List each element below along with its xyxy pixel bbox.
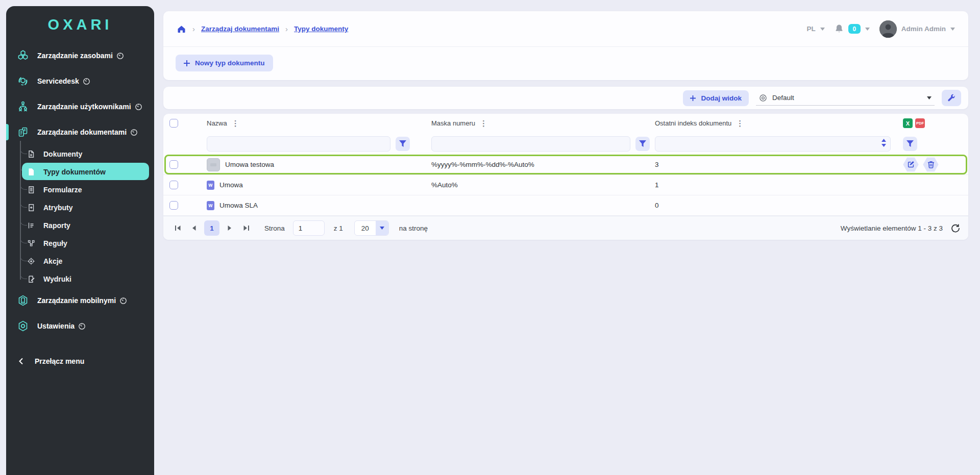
plus-icon [690,95,696,101]
image-placeholder-icon [207,158,220,171]
row-last-index: 3 [655,161,891,168]
row-name: Umowa [219,181,243,189]
prev-page-button[interactable] [188,222,200,234]
chevron-left-icon [18,358,23,365]
sidebar-item-zasoby[interactable]: Zarządzanie zasobami [6,43,154,68]
chevron-right-icon: › [192,24,195,33]
last-page-button[interactable] [240,222,252,234]
page-input[interactable] [293,220,325,236]
view-select[interactable]: Default [756,90,935,106]
table-row[interactable]: w Umowa SLA 0 [163,195,968,216]
filter-input-ostatni-indeks[interactable] [655,136,891,152]
gauge-icon [83,78,90,85]
sidebar-item-uzytkownicy[interactable]: Zarządzanie użytkownikami [6,94,154,119]
caret-down-icon[interactable] [950,28,955,31]
row-checkbox[interactable] [169,201,178,210]
sidebar-item-formularze[interactable]: Formularze [6,181,154,198]
sidebar-item-reguly[interactable]: Reguły [6,234,154,252]
target-icon [27,257,36,265]
assets-icon [16,49,30,62]
first-page-button[interactable] [172,222,184,234]
notification-badge: 0 [848,24,861,34]
word-doc-icon: w [207,201,214,210]
filter-button-nazwa[interactable] [396,137,410,151]
export-pdf-icon[interactable]: PDF [915,118,925,128]
sidebar-item-label: Wydruki [43,275,71,283]
spinner-down-icon[interactable] [881,144,886,147]
toggle-menu-button[interactable]: Przełącz menu [6,350,154,372]
filter-button-ostatni-indeks[interactable] [903,137,917,151]
row-delete-button[interactable] [923,157,939,172]
breadcrumb-link-dokumenty[interactable]: Zarządzaj dokumentami [201,25,279,33]
sidebar-item-mobilne[interactable]: Zarządzanie mobilnymi [6,288,154,313]
column-menu-icon[interactable]: ⋮ [736,119,744,127]
refresh-icon[interactable] [951,223,960,233]
sidebar-item-label: Dokumenty [43,150,82,158]
select-all-checkbox[interactable] [169,119,178,128]
sidebar-item-label: Typy dokumentów [43,168,106,176]
sidebar-item-dokumenty-list[interactable]: Dokumenty [6,145,154,163]
topbar-right: PL 0 Admin Admin [806,20,955,38]
bell-icon[interactable] [835,24,844,34]
row-checkbox[interactable] [169,160,178,169]
filter-button-maska[interactable] [635,137,650,151]
view-icon [759,94,767,102]
plus-icon [184,60,190,66]
filter-input-maska[interactable] [431,136,630,152]
users-icon [16,101,30,113]
document-types-table: Nazwa ⋮ Maska numeru ⋮ Ostatni indeks do… [163,114,968,240]
new-document-type-button[interactable]: Nowy typ dokumentu [176,55,273,71]
logo-text: OXARI [48,16,113,33]
table-row[interactable]: Umowa testowa %yyyy%-%mm%-%dd%-%Auto% 3 [163,155,968,175]
page-actions: Nowy typ dokumentu [163,47,968,79]
trash-icon [927,161,935,168]
view-select-value: Default [772,94,794,102]
view-settings-button[interactable] [942,90,961,106]
sidebar-item-ustawienia[interactable]: Ustawienia [6,313,154,339]
avatar[interactable] [879,20,897,38]
sidebar-item-typy-dokumentow[interactable]: Typy dokumentów [6,163,154,181]
sidebar-item-label: Raporty [43,221,70,230]
table-row[interactable]: w Umowa %Auto% 1 [163,175,968,195]
sidebar-item-label: Zarządzanie mobilnymi [37,296,116,305]
sidebar-item-label: Ustawienia [37,322,75,330]
column-menu-icon[interactable]: ⋮ [480,119,487,127]
caret-down-icon [376,221,388,235]
page-number-button[interactable]: 1 [204,220,219,236]
settings-icon [16,320,30,332]
filter-input-nazwa[interactable] [207,136,390,152]
sidebar-item-dokumenty[interactable]: Zarządzanie dokumentami [6,119,154,145]
page-size-select[interactable]: 20 [354,220,389,236]
caret-down-icon[interactable] [865,28,870,31]
row-mask: %yyyy%-%mm%-%dd%-%Auto% [431,161,655,168]
column-header-nazwa: Nazwa [207,119,227,127]
sidebar-item-label: Akcje [43,257,62,265]
breadcrumb-current[interactable]: Typy dokumenty [294,25,348,33]
document-blank-icon [27,168,36,176]
gauge-icon [119,297,127,305]
language-select[interactable]: PL [806,25,815,33]
column-header-maska: Maska numeru [431,119,475,127]
export-excel-icon[interactable]: X [903,118,913,128]
column-menu-icon[interactable]: ⋮ [232,119,239,127]
sidebar-item-label: Zarządzanie zasobami [37,52,113,60]
pagination-bar: 1 Strona z 1 20 na stronę Wyświetlanie e… [163,216,968,240]
caret-down-icon[interactable] [820,28,825,31]
home-icon[interactable] [177,24,186,34]
next-page-button[interactable] [224,222,236,234]
page-total-label: z 1 [334,224,343,232]
spinner-up-icon[interactable] [881,139,886,142]
gauge-icon [78,322,86,330]
add-view-button[interactable]: Dodaj widok [683,90,749,106]
sidebar-item-atrybuty[interactable]: Atrybuty [6,198,154,216]
attributes-icon [27,204,36,212]
sidebar-item-raporty[interactable]: Raporty [6,216,154,234]
caret-down-icon [927,96,932,99]
gauge-icon [116,52,124,60]
sidebar-item-akcje[interactable]: Akcje [6,252,154,270]
row-edit-button[interactable] [903,157,919,172]
sidebar-item-wydruki[interactable]: Wydruki [6,270,154,288]
sidebar-item-servicedesk[interactable]: Servicedesk [6,68,154,94]
row-checkbox[interactable] [169,181,178,189]
column-header-ostatni-indeks: Ostatni indeks dokumentu [655,119,731,127]
